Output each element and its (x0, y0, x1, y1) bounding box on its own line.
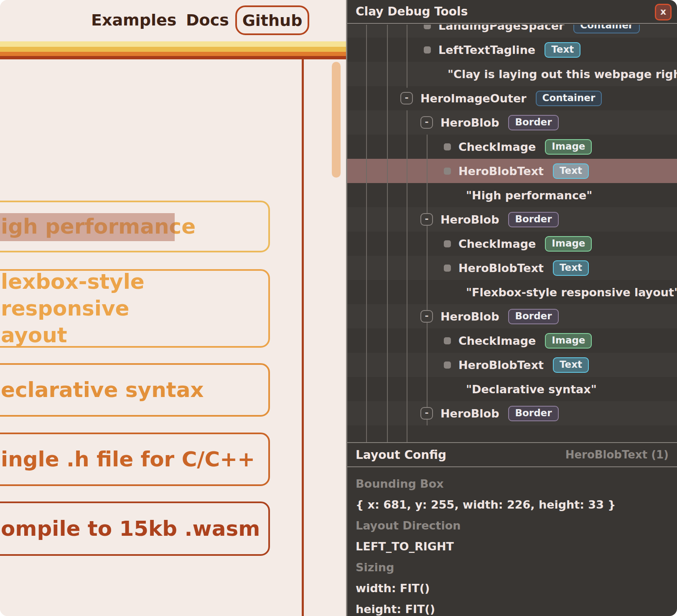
tree-row[interactable]: "High performance" (347, 183, 677, 207)
close-button[interactable]: x (655, 4, 672, 20)
element-type-badge: Container (536, 91, 602, 106)
element-name: LandingPageSpacer (438, 25, 564, 32)
element-name: CheckImage (458, 140, 536, 153)
leaf-bullet-icon (424, 46, 431, 53)
tree-row[interactable]: CheckImageImage (347, 328, 677, 353)
element-name: HeroBlob (440, 407, 499, 420)
element-type-badge: Container (573, 25, 640, 33)
element-type-badge: Text (553, 357, 589, 373)
element-type-badge: Text (545, 42, 580, 58)
clay-debug-panel: Clay Debug Tools x LandingPageSpacerCont… (346, 0, 677, 616)
text-content-preview: "Flexbox-style responsive layout" (466, 286, 677, 299)
element-name: HeroBlobText (458, 262, 544, 275)
element-name: CheckImage (458, 334, 536, 347)
leaf-bullet-icon (424, 25, 431, 29)
collapse-toggle-icon[interactable]: - (420, 116, 433, 129)
config-field-label: Sizing (356, 557, 669, 578)
column-divider (302, 59, 304, 616)
text-content-preview: "Clay is laying out this webpage right n… (448, 68, 677, 81)
element-type-badge: Border (508, 309, 558, 324)
element-name: LeftTextTagline (438, 43, 535, 56)
feature-box-declarative-syntax: eclarative syntax (0, 363, 270, 417)
tree-row[interactable]: CheckImageImage (347, 135, 677, 159)
nav-link-examples[interactable]: Examples (91, 0, 176, 40)
stripe-pale-yellow (0, 41, 346, 47)
text-content-preview: "Declarative syntax" (466, 383, 597, 396)
tree-row[interactable]: "Flexbox-style responsive layout" (347, 280, 677, 304)
tree-row[interactable]: -HeroImageOuterContainer (347, 86, 677, 110)
feature-text: lexbox-style responsive (1, 268, 268, 322)
leaf-bullet-icon (444, 361, 451, 369)
element-type-badge: Image (545, 236, 592, 252)
tree-row[interactable]: "Clay is laying out this webpage right n… (347, 62, 677, 86)
element-name: HeroBlob (440, 116, 499, 129)
feature-text: ompile to 15kb .wasm (1, 515, 268, 542)
tree-row[interactable]: -HeroBlobBorder (347, 304, 677, 328)
stripe-rust (0, 56, 346, 59)
stripe-gold (0, 47, 346, 52)
debug-panel-header: Clay Debug Tools (347, 0, 677, 24)
tree-row[interactable]: -HeroBlobBorder (347, 401, 677, 425)
feature-text: ayout (1, 322, 268, 349)
collapse-toggle-icon[interactable]: - (420, 407, 433, 420)
feature-text: ingle .h file for C/C++ (1, 446, 268, 473)
tree-guide-line (407, 110, 407, 442)
leaf-bullet-icon (444, 240, 451, 247)
feature-box-flexbox-layout: lexbox-style responsiveayout (0, 269, 270, 348)
collapse-toggle-icon[interactable]: - (420, 310, 433, 323)
tree-row[interactable]: LandingPageSpacerContainer (347, 25, 677, 38)
config-field-value: width: FIT() (356, 578, 669, 598)
tree-guide-line (387, 25, 388, 442)
element-name: HeroBlobText (458, 165, 544, 178)
layout-config-body: Bounding Box{ x: 681, y: 255, width: 226… (347, 468, 677, 616)
config-field-label: Layout Direction (356, 515, 669, 536)
tree-guide-line (366, 25, 367, 442)
github-button[interactable]: Github (235, 5, 309, 35)
tree-row[interactable]: LeftTextTaglineText (347, 38, 677, 62)
clay-webpage: Examples Docs Github igh performance lex… (0, 0, 346, 616)
feature-box-wasm: ompile to 15kb .wasm (0, 501, 270, 556)
element-type-badge: Image (545, 139, 592, 155)
tree-row[interactable]: -HeroBlobBorder (347, 110, 677, 135)
collapse-toggle-icon[interactable]: - (400, 92, 413, 104)
leaf-bullet-icon (444, 337, 451, 344)
element-name: CheckImage (458, 237, 536, 250)
config-field-value: height: FIT() (356, 598, 669, 616)
element-name: HeroBlob (440, 310, 499, 323)
tree-row[interactable]: "Declarative syntax" (347, 377, 677, 401)
page-scrollbar-thumb[interactable] (332, 62, 341, 178)
element-type-badge: Text (553, 260, 589, 276)
tree-row[interactable]: CheckImageImage (347, 232, 677, 256)
tree-row[interactable]: HeroBlobTextText (347, 353, 677, 377)
element-type-badge: Border (508, 115, 558, 130)
panel-title: Clay Debug Tools (356, 5, 468, 18)
element-name: HeroBlobText (458, 359, 544, 372)
tree-guide-line (407, 25, 407, 88)
nav-link-docs[interactable]: Docs (186, 0, 229, 40)
config-field-value: { x: 681, y: 255, width: 226, height: 33… (356, 494, 669, 515)
leaf-bullet-icon (444, 265, 451, 272)
tree-row[interactable]: HeroBlobTextText (347, 159, 677, 183)
tree-row[interactable]: HeroBlobTextText (347, 256, 677, 280)
element-type-badge: Border (508, 212, 558, 227)
feature-box-single-header: ingle .h file for C/C++ (0, 433, 270, 486)
element-name: HeroImageOuter (420, 92, 527, 105)
collapse-toggle-icon[interactable]: - (420, 213, 433, 226)
element-name: HeroBlob (440, 213, 499, 226)
config-field-label: Bounding Box (356, 473, 669, 494)
layout-config-title: Layout Config (356, 448, 446, 462)
config-field-value: LEFT_TO_RIGHT (356, 536, 669, 557)
tree-row[interactable]: -HeroBlobBorder (347, 207, 677, 232)
app-window: Examples Docs Github igh performance lex… (0, 0, 677, 616)
layout-config-header: Layout Config HeroBlobText (1) (347, 442, 677, 467)
leaf-bullet-icon (444, 168, 451, 175)
header-gradient-stripes (0, 41, 346, 59)
element-type-badge: Text (553, 163, 589, 179)
element-tree: LandingPageSpacerContainerLeftTextTaglin… (347, 25, 677, 442)
debug-selection-overlay (0, 213, 175, 241)
text-content-preview: "High performance" (466, 189, 592, 202)
stripe-orange (0, 52, 346, 56)
element-type-badge: Border (508, 406, 558, 421)
feature-text: eclarative syntax (1, 377, 268, 403)
element-type-badge: Image (545, 333, 592, 349)
